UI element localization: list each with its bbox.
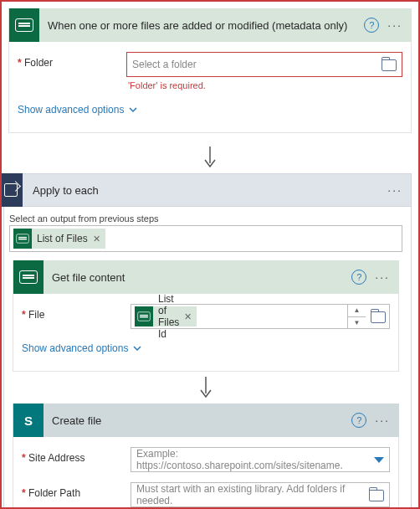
get-file-card: Get file content ? ··· File List of File… bbox=[13, 260, 399, 372]
onedrive-icon bbox=[135, 306, 153, 326]
prev-steps-label: Select an output from previous steps bbox=[9, 213, 402, 224]
dropdown-icon[interactable] bbox=[374, 457, 384, 463]
onedrive-icon bbox=[13, 260, 44, 294]
get-file-body: File List of Files Id ✕ ▲▼ bbox=[13, 294, 399, 372]
step-down-icon: ▼ bbox=[348, 317, 366, 330]
create-file-title: Create file bbox=[52, 414, 351, 427]
get-file-header[interactable]: Get file content ? ··· bbox=[13, 260, 399, 294]
file-input[interactable]: List of Files Id ✕ ▲▼ bbox=[131, 304, 390, 329]
folder-field: Folder Select a folder 'Folder' is requi… bbox=[18, 52, 402, 90]
loop-icon bbox=[0, 173, 23, 207]
stepper[interactable]: ▲▼ bbox=[347, 304, 366, 329]
trigger-title: When one or more files are added or modi… bbox=[48, 19, 364, 32]
more-menu[interactable]: ··· bbox=[387, 18, 402, 32]
get-file-title: Get file content bbox=[52, 271, 351, 284]
folder-picker-icon[interactable] bbox=[382, 59, 397, 71]
loop-card: Apply to each ··· Select an output from … bbox=[3, 173, 412, 509]
help-icon[interactable]: ? bbox=[351, 413, 366, 428]
folder-error: 'Folder' is required. bbox=[126, 80, 402, 90]
help-icon[interactable]: ? bbox=[351, 270, 366, 285]
loop-body: Select an output from previous steps Lis… bbox=[3, 207, 412, 509]
show-advanced-link[interactable]: Show advanced options bbox=[18, 100, 402, 122]
folder-picker-icon[interactable] bbox=[371, 311, 386, 323]
more-menu[interactable]: ··· bbox=[375, 414, 390, 427]
show-advanced-link[interactable]: Show advanced options bbox=[22, 339, 390, 361]
loop-header[interactable]: Apply to each ··· bbox=[3, 173, 412, 207]
onedrive-icon bbox=[13, 229, 32, 249]
onedrive-icon bbox=[9, 8, 39, 42]
site-address-label: Site Address bbox=[22, 447, 131, 464]
remove-token-icon[interactable]: ✕ bbox=[93, 234, 100, 244]
connector-arrow bbox=[8, 141, 412, 173]
folder-picker-icon[interactable] bbox=[369, 490, 384, 501]
loop-input[interactable]: List of Files ✕ bbox=[9, 225, 402, 252]
file-field: File List of Files Id ✕ ▲▼ bbox=[22, 304, 390, 329]
step-up-icon: ▲ bbox=[348, 304, 366, 317]
token-list-files-id[interactable]: List of Files Id ✕ bbox=[135, 306, 197, 326]
more-menu[interactable]: ··· bbox=[375, 270, 390, 284]
folder-label: Folder bbox=[18, 52, 126, 69]
more-menu[interactable]: ··· bbox=[387, 183, 402, 197]
connector-arrow bbox=[9, 372, 402, 404]
create-file-header[interactable]: S Create file ? ··· bbox=[13, 404, 399, 437]
token-list-of-files[interactable]: List of Files ✕ bbox=[13, 229, 105, 249]
folder-path-input[interactable]: Must start with an existing library. Add… bbox=[131, 482, 390, 507]
trigger-header[interactable]: When one or more files are added or modi… bbox=[8, 8, 412, 42]
chevron-down-icon bbox=[133, 346, 141, 351]
help-icon[interactable]: ? bbox=[364, 18, 379, 33]
site-address-input[interactable]: Example: https://contoso.sharepoint.com/… bbox=[131, 447, 390, 472]
file-label: File bbox=[22, 304, 131, 321]
loop-title: Apply to each bbox=[33, 184, 387, 197]
folder-input[interactable]: Select a folder bbox=[126, 52, 402, 77]
folder-path-label: Folder Path bbox=[22, 482, 131, 499]
trigger-card: When one or more files are added or modi… bbox=[8, 8, 412, 133]
chevron-down-icon bbox=[129, 107, 137, 112]
trigger-body: Folder Select a folder 'Folder' is requi… bbox=[8, 42, 412, 133]
folder-placeholder: Select a folder bbox=[132, 59, 382, 70]
remove-token-icon[interactable]: ✕ bbox=[184, 311, 192, 322]
create-file-card: S Create file ? ··· Site Address Example… bbox=[13, 404, 399, 509]
sharepoint-icon: S bbox=[13, 404, 44, 437]
create-file-body: Site Address Example: https://contoso.sh… bbox=[13, 437, 399, 509]
